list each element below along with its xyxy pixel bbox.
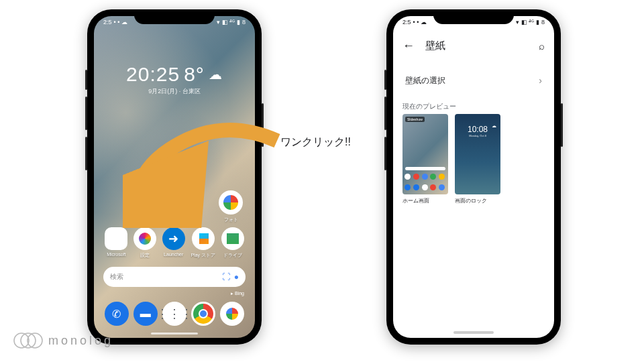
cloud-icon: ☁ — [209, 66, 223, 82]
settings-header: ← 壁紙 ⌕ — [393, 34, 554, 58]
home-indicator[interactable] — [453, 331, 494, 334]
preview-section-label: 現在のプレビュー — [402, 102, 456, 111]
logo-icon — [13, 331, 43, 350]
launcher-icon: ➜ — [162, 227, 185, 250]
dock-app-drawer[interactable]: ⋮⋮⋮ — [162, 302, 186, 326]
home-indicator[interactable] — [151, 333, 198, 335]
preview-lock-thumb[interactable]: ☁ 10:08 Monday, Oct 8 画面のロック — [455, 114, 500, 204]
wallpaper-settings-screen: 2:5• • ☁ ▾ ◧ ⁴ᴳ ▮8 ← 壁紙 ⌕ 壁紙の選択 › 現在のプレビ… — [393, 16, 554, 338]
svg-point-3 — [28, 333, 42, 348]
cloud-icon: ☁ — [492, 123, 496, 129]
back-icon[interactable]: ← — [402, 39, 415, 53]
dock-messages[interactable]: ▬ — [133, 302, 158, 326]
svg-point-2 — [21, 333, 36, 348]
app-drive[interactable]: ドライブ — [221, 227, 244, 259]
search-bar[interactable]: 検索 ⛶ ● — [103, 267, 246, 287]
dock-phone[interactable]: ✆ — [105, 302, 129, 326]
lock-time: 10:08 — [468, 125, 488, 134]
dock-assistant[interactable] — [220, 302, 244, 326]
app-photos[interactable]: フォト — [219, 190, 243, 223]
lock-date: Monday, Oct 8 — [469, 134, 486, 137]
search-icon[interactable]: ⌕ — [539, 40, 545, 52]
page-title: 壁紙 — [425, 40, 539, 52]
section-label: 壁紙の選択 — [405, 75, 445, 86]
app-settings[interactable]: 設定 — [133, 227, 156, 259]
microsoft-icon — [105, 227, 127, 250]
home-screen: 2:5• • ☁ ▾ ◧ ⁴ᴳ ▮8 20:25 8° ☁ 9月2日(月) · … — [94, 16, 255, 338]
mic-icon[interactable]: ● — [234, 272, 239, 282]
scan-icon[interactable]: ⛶ — [222, 272, 230, 282]
chevron-right-icon: › — [539, 75, 542, 86]
settings-icon — [133, 227, 156, 250]
clock-widget[interactable]: 20:25 8° ☁ 9月2日(月) · 台東区 — [94, 63, 255, 96]
logo-text: monolog — [48, 334, 113, 348]
wallpaper-select-row[interactable]: 壁紙の選択 › — [393, 67, 554, 94]
svg-point-1 — [14, 333, 29, 348]
phone-frame-left: 2:5• • ☁ ▾ ◧ ⁴ᴳ ▮8 20:25 8° ☁ 9月2日(月) · … — [87, 9, 262, 345]
monolog-logo: monolog — [13, 331, 113, 350]
search-provider: ▸ Bing — [231, 291, 244, 296]
clock-time: 20:25 — [126, 63, 180, 86]
dock-chrome[interactable] — [191, 302, 215, 326]
preview-home-thumb[interactable]: Slideshow ホーム画面 — [402, 114, 448, 204]
photos-icon — [223, 195, 238, 210]
search-placeholder: 検索 — [110, 272, 222, 282]
drive-icon — [221, 227, 244, 250]
play-icon — [192, 227, 215, 250]
weather-temp: 8° — [184, 63, 205, 86]
annotation-text: ワンクリック!! — [280, 135, 351, 149]
slideshow-badge: Slideshow — [405, 117, 425, 122]
time-fragment: 2:5 — [103, 19, 112, 29]
battery-level: 8 — [242, 19, 246, 29]
phone-frame-right: 2:5• • ☁ ▾ ◧ ⁴ᴳ ▮8 ← 壁紙 ⌕ 壁紙の選択 › 現在のプレビ… — [386, 9, 561, 345]
app-microsoft[interactable]: Microsoft — [105, 227, 127, 259]
app-playstore[interactable]: Play ストア — [191, 227, 215, 259]
clock-date: 9月2日(月) · 台東区 — [94, 87, 255, 96]
app-launcher[interactable]: ➜ Launcher — [162, 227, 185, 259]
dock: ✆ ▬ ⋮⋮⋮ — [102, 302, 247, 326]
